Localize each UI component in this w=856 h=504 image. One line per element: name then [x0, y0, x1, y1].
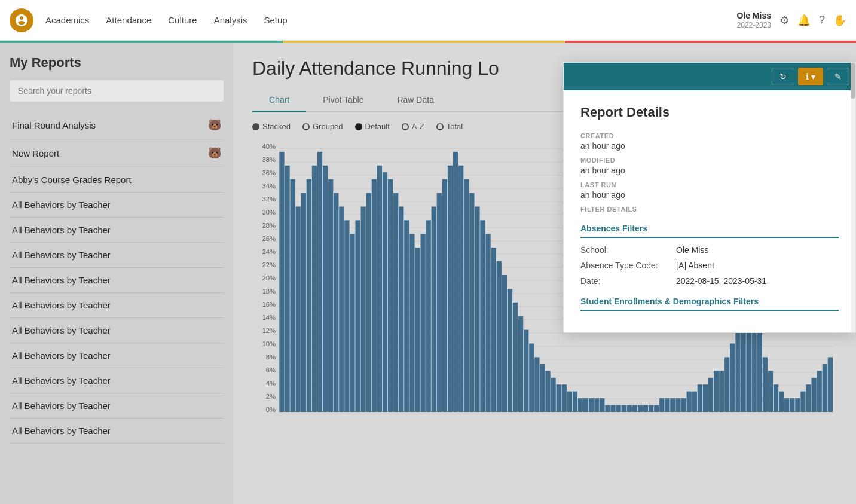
sidebar-item-abby[interactable]: Abby's Course Grades Report: [10, 167, 224, 193]
sidebar: My Reports Final Round Analysis 🐻 New Re…: [0, 43, 233, 504]
nav-analysis[interactable]: Analysis: [214, 15, 247, 25]
sidebar-item-label: All Behaviors by Teacher: [12, 250, 111, 260]
sidebar-item-label: All Behaviors by Teacher: [12, 375, 111, 386]
sidebar-item-behaviors-6[interactable]: All Behaviors by Teacher: [10, 318, 224, 343]
scrollbar-track[interactable]: [851, 63, 855, 332]
sidebar-item-behaviors-10[interactable]: All Behaviors by Teacher: [10, 419, 224, 444]
user-name: Ole Miss: [736, 10, 771, 21]
filter-school-key: School:: [580, 245, 676, 255]
filter-absence-type: Absence Type Code: [A] Absent: [580, 261, 839, 270]
sidebar-item-behaviors-1[interactable]: All Behaviors by Teacher: [10, 193, 224, 218]
main-layout: My Reports Final Round Analysis 🐻 New Re…: [0, 43, 856, 504]
info-button[interactable]: ℹ ▾: [798, 68, 823, 85]
nav-setup[interactable]: Setup: [264, 15, 287, 25]
report-icon: 🐻: [208, 118, 221, 132]
sidebar-item-behaviors-9[interactable]: All Behaviors by Teacher: [10, 393, 224, 419]
absences-filter-title: Absences Filters: [580, 224, 839, 238]
sidebar-item-label: All Behaviors by Teacher: [12, 225, 111, 235]
main-nav: Academics Attendance Culture Analysis Se…: [45, 15, 736, 25]
modal-body: Report Details CREATED an hour ago MODIF…: [564, 90, 855, 332]
gear-icon[interactable]: ⚙: [779, 14, 789, 27]
sidebar-item-label: All Behaviors by Teacher: [12, 426, 111, 436]
report-icon: 🐻: [208, 146, 221, 160]
help-icon[interactable]: ?: [819, 14, 825, 26]
filter-date-key: Date:: [580, 276, 676, 286]
sidebar-item-behaviors-8[interactable]: All Behaviors by Teacher: [10, 368, 224, 393]
bell-icon[interactable]: 🔔: [797, 14, 811, 27]
filter-absence-type-val: [A] Absent: [676, 261, 714, 270]
user-info: Ole Miss 2022-2023: [736, 10, 771, 30]
nav-attendance[interactable]: Attendance: [106, 15, 151, 25]
modified-label: MODIFIED: [580, 157, 839, 164]
refresh-button[interactable]: ↻: [772, 68, 794, 85]
created-label: CREATED: [580, 132, 839, 139]
sidebar-item-label: New Report: [12, 148, 59, 158]
sidebar-item-behaviors-4[interactable]: All Behaviors by Teacher: [10, 268, 224, 293]
last-run-value: an hour ago: [580, 190, 839, 200]
sidebar-title: My Reports: [10, 55, 224, 71]
topnav: Academics Attendance Culture Analysis Se…: [0, 0, 856, 41]
sidebar-item-behaviors-5[interactable]: All Behaviors by Teacher: [10, 293, 224, 318]
filter-absence-type-key: Absence Type Code:: [580, 261, 676, 270]
sidebar-item-label: All Behaviors by Teacher: [12, 275, 111, 285]
edit-button[interactable]: ✎: [827, 68, 849, 85]
filter-school: School: Ole Miss: [580, 245, 839, 255]
filter-date: Date: 2022-08-15, 2023-05-31: [580, 276, 839, 286]
report-details-modal: ↻ ℹ ▾ ✎ Report Details CREATED an hour a…: [563, 62, 856, 333]
sidebar-item-label: All Behaviors by Teacher: [12, 401, 111, 411]
user-year: 2022-2023: [736, 21, 771, 30]
sidebar-item-label: Abby's Course Grades Report: [12, 175, 132, 185]
search-input[interactable]: [10, 80, 224, 102]
sidebar-item-new-report[interactable]: New Report 🐻: [10, 139, 224, 167]
scrollbar-thumb[interactable]: [851, 63, 855, 99]
modified-value: an hour ago: [580, 166, 839, 175]
last-run-section: LAST RUN an hour ago: [580, 181, 839, 200]
sidebar-item-label: All Behaviors by Teacher: [12, 325, 111, 335]
sidebar-item-final-round[interactable]: Final Round Analysis 🐻: [10, 111, 224, 139]
filter-school-val: Ole Miss: [676, 245, 708, 255]
last-run-label: LAST RUN: [580, 181, 839, 188]
modified-section: MODIFIED an hour ago: [580, 157, 839, 175]
sidebar-item-label: All Behaviors by Teacher: [12, 300, 111, 310]
sidebar-item-label: All Behaviors by Teacher: [12, 350, 111, 361]
sidebar-item-behaviors-3[interactable]: All Behaviors by Teacher: [10, 243, 224, 268]
sidebar-item-label: Final Round Analysis: [12, 120, 96, 130]
topnav-right: Ole Miss 2022-2023 ⚙ 🔔 ? ✋: [736, 10, 846, 30]
sidebar-item-behaviors-2[interactable]: All Behaviors by Teacher: [10, 218, 224, 243]
modal-toolbar: ↻ ℹ ▾ ✎: [564, 63, 855, 90]
app-logo[interactable]: [10, 8, 33, 32]
main-content: Daily Attendance Running Lo Chart Pivot …: [233, 43, 856, 504]
modal-title: Report Details: [580, 105, 839, 120]
nav-academics[interactable]: Academics: [45, 15, 89, 25]
sidebar-item-behaviors-7[interactable]: All Behaviors by Teacher: [10, 343, 224, 368]
created-value: an hour ago: [580, 141, 839, 151]
filter-details-label: FILTER DETAILS: [580, 206, 839, 213]
hand-icon[interactable]: ✋: [833, 14, 846, 27]
nav-culture[interactable]: Culture: [168, 15, 197, 25]
filter-details-section: FILTER DETAILS: [580, 206, 839, 213]
filter-date-val: 2022-08-15, 2023-05-31: [676, 276, 766, 286]
created-section: CREATED an hour ago: [580, 132, 839, 151]
sidebar-item-label: All Behaviors by Teacher: [12, 200, 111, 210]
enrollments-filter-title: Student Enrollments & Demographics Filte…: [580, 297, 839, 311]
